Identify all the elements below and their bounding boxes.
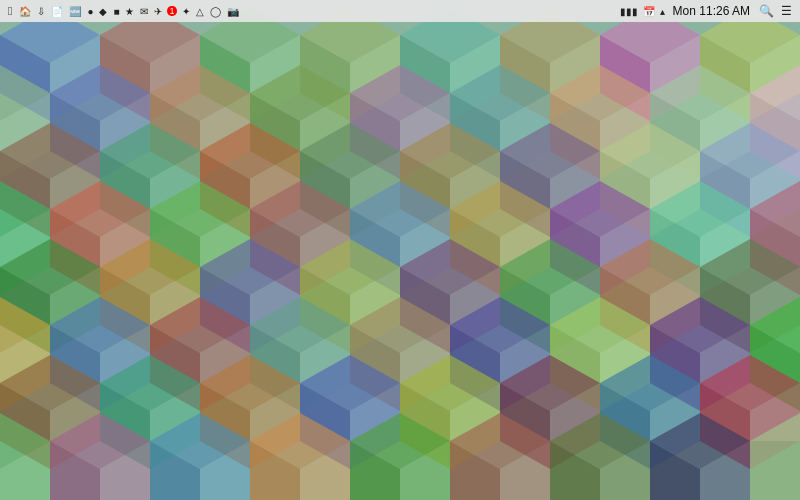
app-icon-3[interactable]: ● [86,6,94,17]
desktop:  🏠 ⇩ 📄 🆕 ● ◆ ■ ★ ✉ ✈ 1 ✦ △ ◯ 📷 ▮▮▮ 📅 ▴ … [0,0,800,500]
app-icon-badge[interactable]: 1 [167,6,176,16]
finder-icon[interactable]: 🏠 [18,6,32,17]
download-icon[interactable]: ⇩ [36,6,46,17]
app-icon-7[interactable]: ✉ [139,6,149,17]
menubar-right: ▮▮▮ 📅 ▴ Mon 11:26 AM 🔍 ☰ [619,4,794,18]
app-icon-2[interactable]: 🆕 [68,6,82,17]
app-icon-10[interactable]: △ [195,6,205,17]
app-icon-4[interactable]: ◆ [98,6,108,17]
app-icon-5[interactable]: ■ [112,6,120,17]
app-icon-6[interactable]: ★ [124,6,135,17]
app-icon-8[interactable]: ✈ [153,6,163,17]
control-strip-icon[interactable]: ☰ [779,4,794,18]
wifi-icon[interactable]: ▴ [659,6,666,17]
app-icon-1[interactable]: 📄 [50,6,64,17]
battery-icon[interactable]: ▮▮▮ [619,6,639,17]
app-icon-12[interactable]: 📷 [226,6,240,17]
clock-display[interactable]: Mon 11:26 AM [673,4,750,18]
apple-menu-icon[interactable]:  [6,4,14,18]
menubar-left:  🏠 ⇩ 📄 🆕 ● ◆ ■ ★ ✉ ✈ 1 ✦ △ ◯ 📷 [6,4,240,18]
calendar-icon[interactable]: 📅 [642,6,656,17]
app-icon-9[interactable]: ✦ [181,6,191,17]
wallpaper [0,0,800,500]
svg-marker-200 [750,441,800,500]
menubar:  🏠 ⇩ 📄 🆕 ● ◆ ■ ★ ✉ ✈ 1 ✦ △ ◯ 📷 ▮▮▮ 📅 ▴ … [0,0,800,22]
app-icon-11[interactable]: ◯ [209,6,222,17]
search-icon[interactable]: 🔍 [757,4,776,18]
